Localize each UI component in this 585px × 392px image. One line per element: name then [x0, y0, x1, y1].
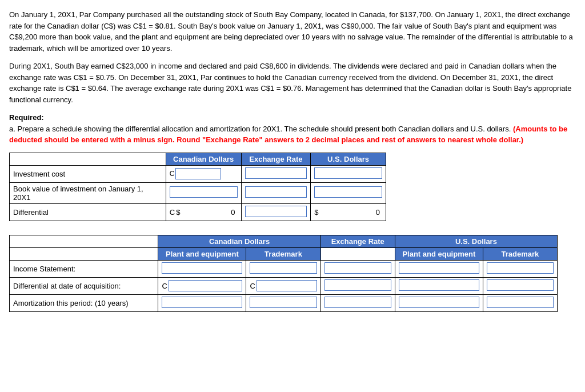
- cell-diff-plant-usd[interactable]: [395, 277, 483, 294]
- input-bookvalue-exchange[interactable]: [245, 186, 307, 198]
- dollar-sign-diff-usd: $: [314, 208, 318, 217]
- required-a-text: a. Prepare a schedule showing the differ…: [9, 125, 511, 133]
- cell-income-plant-usd[interactable]: [395, 260, 483, 277]
- cell-income-exchange[interactable]: [320, 260, 395, 277]
- input-income-plant[interactable]: [162, 262, 242, 274]
- cell-diff-exchange[interactable]: [320, 277, 395, 294]
- input-amort-trademark-usd[interactable]: [487, 297, 554, 308]
- th-empty-1: [10, 153, 166, 165]
- input-amort-plant[interactable]: [162, 297, 242, 308]
- cell-amort-trademark-usd[interactable]: [483, 294, 557, 311]
- cell-income-trademark[interactable]: [246, 260, 320, 277]
- th2-exchange-rate: Exchange Rate: [320, 235, 395, 247]
- input-investment-usd[interactable]: [314, 167, 382, 179]
- row-label-income: Income Statement:: [10, 260, 158, 277]
- th2-exchange-rate-sub: [320, 247, 395, 260]
- input-income-exchange[interactable]: [324, 262, 391, 274]
- table-row: Income Statement:: [10, 260, 558, 277]
- paragraph-2: During 20X1, South Bay earned C$23,000 i…: [9, 61, 576, 105]
- paragraph-1: On January 1, 20X1, Par Company purchase…: [9, 9, 576, 54]
- cell-bookvalue-exchange[interactable]: [241, 182, 311, 203]
- input-diff-trademark-usd[interactable]: [487, 279, 554, 291]
- cell-amort-plant[interactable]: [158, 294, 246, 311]
- table-row: Book value of investment on January 1, 2…: [10, 182, 386, 203]
- cell-differential-exchange[interactable]: [241, 203, 311, 221]
- prefix-c-1: C: [170, 170, 175, 178]
- input-diff-plant-usd[interactable]: [399, 279, 479, 291]
- differential-table: Canadian Dollars Exchange Rate U.S. Doll…: [9, 153, 386, 221]
- cell-income-trademark-usd[interactable]: [483, 260, 557, 277]
- input-bookvalue-usd[interactable]: [314, 186, 382, 198]
- input-income-trademark-usd[interactable]: [487, 262, 554, 274]
- input-income-plant-usd[interactable]: [399, 262, 479, 274]
- th2-empty: [10, 235, 158, 247]
- cell-income-plant[interactable]: [158, 260, 246, 277]
- th2-plant-equipment-usd: Plant and equipment: [395, 247, 483, 260]
- prefix-c-diff-tm: C: [250, 282, 255, 290]
- table-2-container: Canadian Dollars Exchange Rate U.S. Doll…: [9, 235, 576, 312]
- cell-amort-exchange[interactable]: [320, 294, 395, 311]
- cell-investment-exchange[interactable]: [241, 165, 311, 182]
- required-label: Required:: [9, 113, 44, 122]
- cell-bookvalue-usd[interactable]: [311, 182, 386, 203]
- th-exchange-rate: Exchange Rate: [241, 153, 311, 165]
- cell-diff-plant[interactable]: C: [158, 277, 246, 294]
- amortization-table: Canadian Dollars Exchange Rate U.S. Doll…: [9, 235, 558, 312]
- cell-differential-canadian: C $ 0: [166, 203, 241, 221]
- input-investment-exchange[interactable]: [245, 167, 307, 179]
- input-amort-trademark[interactable]: [250, 297, 316, 308]
- prefix-c-diff: C: [170, 208, 175, 217]
- dollar-sign-diff: $: [176, 208, 180, 217]
- input-differential-exchange[interactable]: [245, 206, 307, 217]
- cell-differential-usd: $ 0: [311, 203, 386, 221]
- table-row: Differential C $ 0 $ 0: [10, 203, 386, 221]
- value-diff-canadian: 0: [181, 208, 237, 217]
- th2-trademark-usd: Trademark: [483, 247, 557, 260]
- row-label-bookvalue: Book value of investment on January 1, 2…: [10, 182, 166, 203]
- input-amort-plant-usd[interactable]: [399, 297, 479, 308]
- th2-canadian-dollars: Canadian Dollars: [158, 235, 320, 247]
- row-label-investment: Investment cost: [10, 165, 166, 182]
- input-income-trademark[interactable]: [250, 262, 316, 274]
- input-diff-exchange[interactable]: [324, 279, 391, 291]
- cell-amort-trademark[interactable]: [246, 294, 320, 311]
- th-canadian-dollars: Canadian Dollars: [166, 153, 241, 165]
- row-label-diff-acq: Differential at date of acquisition:: [10, 277, 158, 294]
- prefix-c-diff-plant: C: [162, 282, 167, 290]
- input-diff-trademark[interactable]: [257, 280, 317, 291]
- th2-plant-equipment: Plant and equipment: [158, 247, 246, 260]
- input-amort-exchange[interactable]: [324, 297, 391, 308]
- required-section: Required: a. Prepare a schedule showing …: [9, 112, 576, 146]
- input-investment-canadian[interactable]: [175, 168, 221, 179]
- input-diff-plant[interactable]: [169, 280, 243, 291]
- th2-sub-empty: [10, 247, 158, 260]
- th2-usd: U.S. Dollars: [395, 235, 557, 247]
- row-label-differential: Differential: [10, 203, 166, 221]
- th2-trademark: Trademark: [246, 247, 320, 260]
- table-row: Investment cost C: [10, 165, 386, 182]
- cell-bookvalue-canadian[interactable]: [166, 182, 241, 203]
- table-row: Differential at date of acquisition: C C: [10, 277, 558, 294]
- row-label-amort: Amortization this period: (10 years): [10, 294, 158, 311]
- th-usd: U.S. Dollars: [311, 153, 386, 165]
- cell-amort-plant-usd[interactable]: [395, 294, 483, 311]
- table-1-container: Canadian Dollars Exchange Rate U.S. Doll…: [9, 153, 576, 221]
- input-bookvalue-canadian[interactable]: [170, 186, 238, 198]
- cell-investment-canadian[interactable]: C: [166, 165, 241, 182]
- cell-investment-usd[interactable]: [311, 165, 386, 182]
- value-diff-usd: 0: [319, 208, 382, 217]
- cell-diff-trademark-usd[interactable]: [483, 277, 557, 294]
- table-row: Amortization this period: (10 years): [10, 294, 558, 311]
- cell-diff-trademark[interactable]: C: [246, 277, 320, 294]
